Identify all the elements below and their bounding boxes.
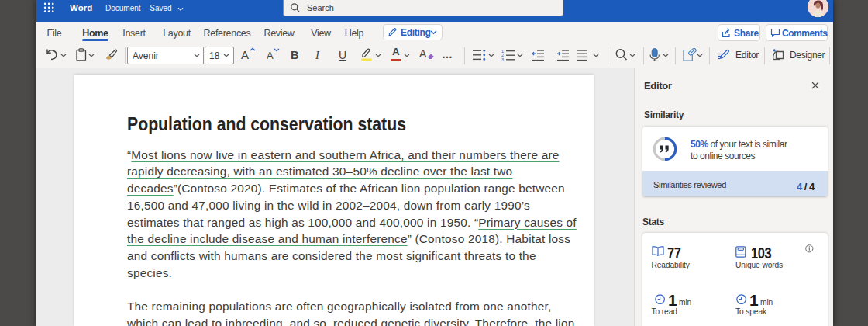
svg-text:3: 3	[501, 57, 504, 61]
